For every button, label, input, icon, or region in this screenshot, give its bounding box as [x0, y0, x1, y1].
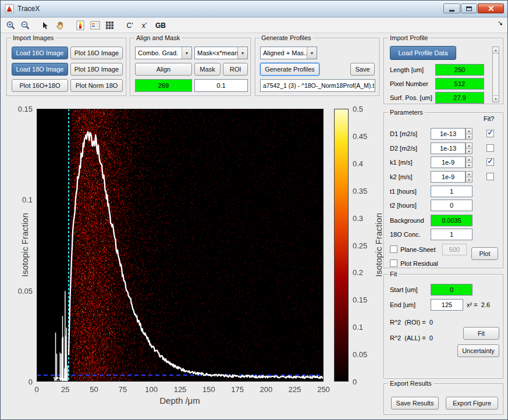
k2-fit-checkbox[interactable]: ✓: [486, 173, 494, 180]
x-prime-button[interactable]: x': [138, 19, 151, 32]
plane-sheet-checkbox[interactable]: ✓: [390, 245, 397, 253]
spinner-up-icon[interactable]: ▲: [466, 143, 472, 149]
spinner-down-icon[interactable]: ▼: [466, 149, 472, 154]
gb-label: GB: [155, 22, 166, 30]
background-input[interactable]: 0.0035: [431, 215, 473, 226]
align-shift-field[interactable]: 269: [135, 79, 192, 92]
surface-position-slider[interactable]: ▲ ▼: [492, 47, 499, 102]
y-tick-label: 0.05: [18, 286, 33, 295]
c-prime-button[interactable]: C': [123, 19, 136, 32]
chevron-down-icon: ▼: [182, 47, 191, 59]
profile-filename-field[interactable]: a7542_1 (3) - ^18O-_Norm18Prof(A_M).t: [260, 79, 375, 92]
slider-down-icon[interactable]: ▼: [493, 95, 499, 102]
spinner-down-icon[interactable]: ▼: [466, 177, 472, 183]
x-tick-label: 225: [289, 385, 301, 394]
panel-title: Import Images: [11, 34, 55, 42]
colorbar-tick-label: 0.05: [353, 350, 367, 359]
generate-profiles-button[interactable]: Generate Profiles: [260, 63, 319, 76]
save-profile-button[interactable]: Save: [350, 63, 375, 76]
roi-button[interactable]: ROI: [223, 63, 248, 76]
d1-input[interactable]: 1e-13: [431, 128, 466, 140]
mask-threshold-field[interactable]: 0.1: [194, 79, 248, 92]
app-icon: [5, 4, 14, 13]
pixel-number-field[interactable]: 512: [435, 78, 484, 90]
insert-legend-button[interactable]: [88, 19, 101, 32]
k1-fit-checkbox[interactable]: ✓: [486, 158, 494, 166]
profile-source-dropdown[interactable]: Aligned + Mas... ▼: [260, 47, 317, 59]
colorbar-tick-label: 0.1: [353, 323, 363, 332]
d1-spinner[interactable]: ▲▼: [466, 128, 473, 140]
insert-colorbar-button[interactable]: [74, 19, 87, 32]
pan-button[interactable]: [54, 19, 66, 32]
plot-norm-18o-button[interactable]: Plot Norm 18O: [70, 79, 123, 92]
spinner-up-icon[interactable]: ▲: [466, 157, 472, 163]
plot-residual-checkbox[interactable]: ✓: [390, 259, 397, 267]
minimize-button[interactable]: [443, 3, 460, 13]
t2-input[interactable]: 0: [431, 200, 473, 211]
k1-input[interactable]: 1e-9: [431, 156, 466, 168]
fit-start-input[interactable]: 0: [431, 284, 473, 296]
align-button[interactable]: Align: [135, 63, 192, 76]
gb-button[interactable]: GB: [152, 19, 169, 32]
k1-spinner[interactable]: ▲▼: [466, 156, 473, 168]
grid-button[interactable]: [103, 19, 116, 32]
d2-label: D2 [m2/s]: [390, 145, 417, 152]
plot-button[interactable]: Plot: [471, 247, 498, 260]
d2-fit-checkbox[interactable]: ✓: [486, 144, 494, 152]
profile-plot[interactable]: [37, 109, 324, 382]
spinner-up-icon[interactable]: ▲: [466, 172, 472, 177]
18o-conc-input[interactable]: 1: [431, 229, 473, 240]
toolbar-overflow-icon[interactable]: ↘: [498, 19, 503, 27]
colorbar-tick-label: 0.45: [353, 131, 367, 140]
d2-spinner[interactable]: ▲▼: [466, 143, 473, 154]
x-axis-label: Depth /μm: [159, 396, 200, 405]
plot-16o-18o-button[interactable]: Plot 16O+18O: [12, 79, 68, 92]
import-images-panel: Import Images Load 16O Image Plot 16O Im…: [6, 38, 126, 96]
align-method-dropdown[interactable]: Combo. Grad. ▼: [135, 47, 192, 59]
k1-label: k1 [m/s]: [390, 159, 413, 166]
zoom-out-button[interactable]: [19, 19, 31, 32]
d2-input[interactable]: 1e-13: [431, 143, 466, 154]
r2-roi-value: R^2 (ROI) = 0: [390, 319, 433, 326]
profile-source-value: Aligned + Mas...: [261, 49, 307, 56]
spinner-up-icon[interactable]: ▲: [466, 129, 472, 134]
zoom-in-button[interactable]: [4, 19, 17, 32]
plane-sheet-input: 500: [442, 244, 467, 255]
close-button[interactable]: [478, 3, 504, 13]
fit-end-input[interactable]: 125: [431, 299, 463, 311]
load-18o-image-button[interactable]: Load 18O Image: [12, 63, 68, 76]
save-results-button[interactable]: Save Results: [391, 397, 439, 410]
plot-16o-image-button[interactable]: Plot 16O Image: [70, 47, 123, 59]
panel-title: Generate Profiles: [260, 34, 313, 42]
start-label: Start [um]: [390, 286, 418, 293]
fit-question-label: Fit?: [484, 115, 494, 122]
uncertainty-button[interactable]: Uncertainty: [457, 344, 499, 357]
load-profile-data-button[interactable]: Load Profile Data: [390, 46, 456, 60]
plot-18o-image-button[interactable]: Plot 18O Image: [70, 63, 123, 76]
fit-button[interactable]: Fit: [463, 327, 499, 340]
slider-up-icon[interactable]: ▲: [493, 47, 499, 54]
spinner-down-icon[interactable]: ▼: [466, 134, 472, 140]
data-cursor-button[interactable]: [39, 19, 52, 32]
window-title: TraceX: [17, 5, 40, 13]
mask-method-dropdown[interactable]: Mask<x*mean ▼: [194, 47, 248, 59]
grid-icon: [105, 21, 114, 30]
spinner-down-icon[interactable]: ▼: [466, 163, 472, 168]
k2-spinner[interactable]: ▲▼: [466, 171, 473, 183]
insert-colorbar-icon: [76, 20, 84, 30]
export-results-panel: Export Results Save Results Export Figur…: [383, 383, 503, 415]
t1-input[interactable]: 1: [431, 186, 473, 197]
chi-squared-value: x² = 2.6: [467, 301, 490, 308]
mask-button[interactable]: Mask: [194, 63, 221, 76]
d1-fit-checkbox[interactable]: ✓: [486, 130, 494, 137]
length-field[interactable]: 250: [435, 64, 484, 76]
export-figure-button[interactable]: Export Figure: [446, 397, 498, 410]
load-16o-image-button[interactable]: Load 16O Image: [12, 47, 68, 59]
window-controls: [443, 3, 504, 13]
parameters-panel: Parameters Fit? D1 [m2/s] 1e-13 ▲▼ ✓ D2 …: [383, 112, 503, 268]
colorbar-tick-label: 0.25: [353, 241, 367, 250]
surface-position-field[interactable]: 27.9: [435, 92, 484, 104]
maximize-button[interactable]: [461, 3, 477, 13]
slider-track[interactable]: [493, 54, 499, 95]
k2-input[interactable]: 1e-9: [431, 171, 466, 183]
